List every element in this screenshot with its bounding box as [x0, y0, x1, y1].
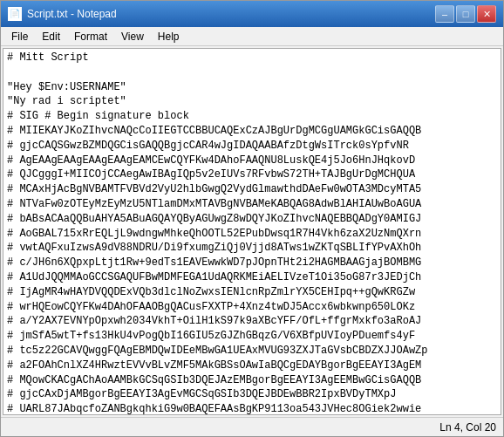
- menu-view[interactable]: View: [114, 27, 151, 45]
- menu-format[interactable]: Format: [67, 27, 114, 45]
- line-col-status: Ln 4, Col 20: [439, 421, 496, 434]
- menu-help[interactable]: Help: [151, 27, 187, 45]
- title-bar-left: 📄 Script.txt - Notepad: [8, 7, 117, 21]
- title-bar: 📄 Script.txt - Notepad – □ ✕: [1, 1, 503, 27]
- close-button[interactable]: ✕: [477, 5, 496, 23]
- menu-file[interactable]: File: [4, 27, 35, 45]
- minimize-button[interactable]: –: [435, 5, 454, 23]
- app-icon: 📄: [8, 7, 22, 21]
- title-bar-buttons: – □ ✕: [435, 5, 496, 23]
- editor-content: # Mitt Script "Hey $Env:USERNAME" "Ny ra…: [7, 51, 497, 415]
- status-bar: Ln 4, Col 20: [1, 417, 503, 436]
- menu-edit[interactable]: Edit: [35, 27, 67, 45]
- editor-area[interactable]: # Mitt Script "Hey $Env:USERNAME" "Ny ra…: [3, 48, 501, 415]
- notepad-window: 📄 Script.txt - Notepad – □ ✕ File Edit F…: [0, 0, 504, 437]
- maximize-button[interactable]: □: [456, 5, 475, 23]
- window-title: Script.txt - Notepad: [27, 8, 117, 20]
- menu-bar: File Edit Format View Help: [1, 27, 503, 46]
